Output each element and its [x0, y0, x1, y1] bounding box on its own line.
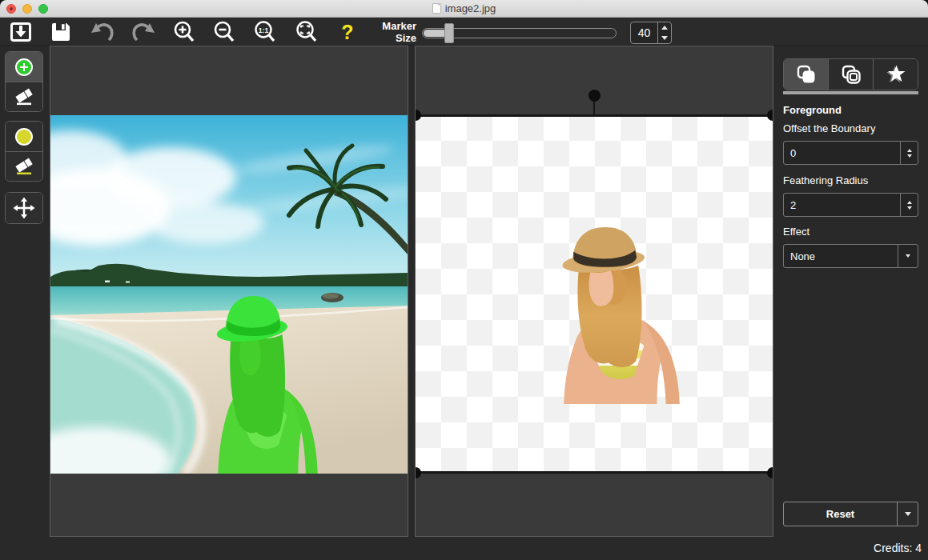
yellow-circle-icon [15, 128, 33, 146]
effect-dropdown[interactable]: None [783, 244, 918, 268]
open-button[interactable] [7, 19, 34, 45]
spin-up-button[interactable] [658, 22, 671, 33]
magnifier-fit-icon [295, 20, 319, 44]
offset-field[interactable]: 0 [783, 141, 918, 165]
cutout-subject[interactable] [553, 224, 691, 404]
top-right-handle[interactable] [767, 110, 773, 121]
open-tray-arrow-icon [9, 20, 33, 44]
reset-dropdown-arrow[interactable] [897, 502, 918, 526]
down-arrow-icon [905, 512, 911, 516]
bottom-boundary-line[interactable] [416, 471, 773, 474]
background-marker-group [5, 121, 43, 182]
erase-foreground-button[interactable] [6, 82, 42, 111]
minimize-button[interactable] [22, 4, 32, 14]
reset-label[interactable]: Reset [784, 502, 897, 526]
titlebar: image2.jpg [0, 0, 928, 18]
inspector-panel: Foreground Offset the Boundary 0 Feather… [773, 46, 928, 560]
effect-label: Effect [783, 226, 809, 238]
title-wrap: image2.jpg [432, 2, 496, 14]
zoom-in-button[interactable] [171, 19, 198, 45]
bottom-right-handle[interactable] [767, 467, 773, 478]
marker-size-label: Marker Size [370, 21, 416, 45]
help-button[interactable]: ? [334, 19, 361, 45]
marker-size-spinbox[interactable]: 40 [630, 22, 672, 44]
filled-layers-icon [796, 64, 817, 85]
offset-label: Offset the Boundary [783, 122, 875, 134]
zoom-actual-button[interactable]: 1:1 [251, 19, 279, 45]
effect-value[interactable]: None [784, 245, 898, 267]
mark-foreground-button[interactable] [6, 52, 42, 82]
original-beach-photo[interactable] [50, 115, 408, 474]
section-title: Foreground [783, 104, 842, 116]
feather-value[interactable]: 2 [784, 194, 900, 216]
redo-button[interactable] [130, 19, 157, 45]
document-icon [432, 3, 441, 14]
green-plus-circle-icon [15, 58, 33, 76]
eraser-yellow-icon [14, 156, 34, 177]
feather-stepper[interactable] [900, 194, 918, 216]
feather-label: Feathering Radius [783, 174, 868, 186]
zoom-out-button[interactable] [211, 19, 238, 45]
result-image-panel[interactable] [415, 46, 773, 537]
traffic-lights [6, 0, 48, 18]
spin-down-button[interactable] [658, 33, 671, 43]
content-area: Foreground Offset the Boundary 0 Feather… [0, 46, 928, 560]
inspector-tabbar [783, 58, 918, 90]
outline-layers-icon [841, 64, 862, 85]
down-arrow-icon [661, 36, 668, 40]
foreground-marker-group [5, 51, 43, 112]
floppy-disk-icon [49, 20, 73, 44]
rotation-handle[interactable] [589, 90, 601, 102]
close-button[interactable] [6, 4, 16, 14]
up-arrow-icon [907, 149, 912, 152]
unsaved-dot-icon [10, 7, 13, 10]
fullscreen-button[interactable] [38, 4, 48, 14]
redo-arrow-icon [131, 20, 156, 44]
slider-handle[interactable] [444, 23, 454, 43]
move-tool-group [5, 192, 43, 224]
eraser-white-icon [14, 86, 34, 107]
star-icon [885, 63, 907, 86]
down-arrow-icon [907, 206, 912, 210]
dropdown-arrow[interactable] [898, 245, 918, 267]
tab-underline [783, 91, 918, 94]
up-arrow-icon [661, 26, 668, 30]
down-arrow-icon [907, 154, 912, 158]
magnifier-minus-icon [212, 20, 236, 44]
toolbar: 1:1 ? Marker Size 40 [0, 18, 928, 46]
magnifier-plus-icon [172, 20, 196, 44]
undo-arrow-icon [90, 20, 115, 44]
credits-text: Credits: 4 [874, 542, 922, 554]
move-arrows-icon [13, 197, 35, 219]
background-tab[interactable] [828, 59, 873, 90]
original-image-panel[interactable] [50, 46, 408, 537]
undo-button[interactable] [89, 19, 116, 45]
magnifier-1to1-icon: 1:1 [253, 20, 277, 44]
bottom-left-handle[interactable] [415, 467, 421, 478]
offset-stepper[interactable] [900, 142, 918, 164]
feather-field[interactable]: 2 [783, 193, 918, 217]
marker-size-slider[interactable] [422, 28, 617, 38]
window-title: image2.jpg [445, 2, 496, 14]
erase-background-button[interactable] [6, 151, 42, 181]
question-mark-icon: ? [341, 22, 353, 42]
save-button[interactable] [47, 19, 74, 45]
mark-background-button[interactable] [6, 122, 42, 151]
spin-buttons [657, 22, 671, 43]
zoom-fit-button[interactable] [293, 19, 320, 45]
app-window: image2.jpg [0, 0, 928, 560]
effects-tab[interactable] [873, 59, 918, 90]
foreground-tab[interactable] [784, 59, 828, 90]
move-tool-button[interactable] [6, 193, 42, 223]
reset-button[interactable]: Reset [783, 502, 918, 526]
offset-value[interactable]: 0 [784, 142, 900, 164]
one-to-one-glyph: 1:1 [259, 26, 269, 34]
down-arrow-icon [906, 254, 910, 258]
up-arrow-icon [907, 201, 912, 204]
marker-size-value[interactable]: 40 [631, 22, 657, 43]
